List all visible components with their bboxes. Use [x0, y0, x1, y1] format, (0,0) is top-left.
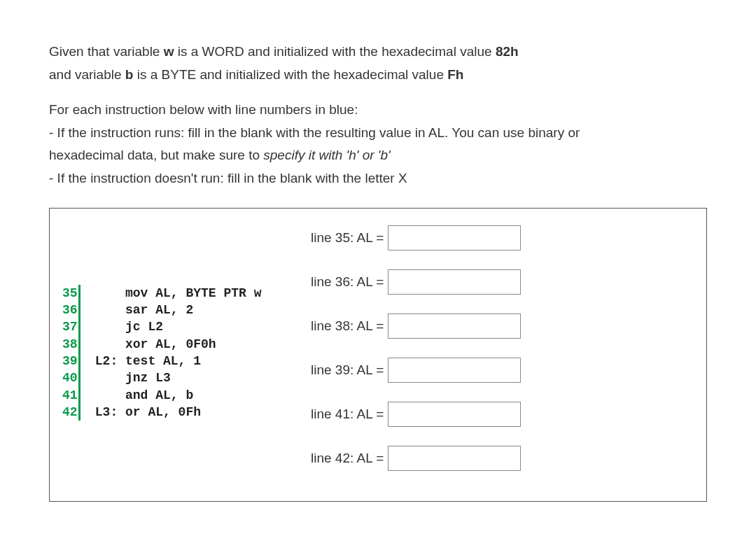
- answer-label: line 38: AL =: [311, 316, 384, 337]
- code-text: L3: or AL, 0Fh: [88, 404, 201, 421]
- intro-line-6: - If the instruction doesn't run: fill i…: [49, 169, 707, 189]
- line-number: 41: [62, 387, 80, 404]
- answers-column: line 35: AL = line 36: AL = line 38: AL …: [311, 221, 694, 484]
- answer-row: line 42: AL =: [311, 446, 694, 471]
- intro-line-4: - If the instruction runs: fill in the b…: [49, 123, 707, 143]
- answer-input-35[interactable]: [388, 225, 521, 251]
- line-number: 38: [62, 336, 80, 353]
- var-w: w: [164, 44, 174, 59]
- code-line: 36 sar AL, 2: [62, 302, 261, 318]
- intro-line-3: For each instruction below with line num…: [49, 100, 707, 120]
- answer-row: line 38: AL =: [311, 313, 694, 339]
- intro-line-1: Given that variable w is a WORD and init…: [49, 42, 707, 62]
- answer-input-38[interactable]: [388, 313, 521, 339]
- code-line: 38 xor AL, 0F0h: [62, 336, 261, 353]
- line-number: 36: [62, 302, 80, 318]
- val-82h: 82h: [496, 44, 519, 59]
- code-line: 41 and AL, b: [62, 387, 261, 404]
- code-text: sar AL, 2: [88, 302, 193, 318]
- text: and variable: [49, 67, 125, 82]
- intro-line-2: and variable b is a BYTE and initialized…: [49, 65, 707, 85]
- code-text: xor AL, 0F0h: [88, 336, 216, 353]
- code-text: and AL, b: [88, 387, 193, 404]
- val-fh: Fh: [447, 67, 463, 82]
- code-block: 35 mov AL, BYTE PTR w 36 sar AL, 2 37 jc…: [62, 285, 261, 421]
- line-number: 39: [62, 353, 80, 369]
- text: hexadecimal data, but make sure to: [49, 148, 263, 162]
- line-number: 35: [62, 285, 80, 302]
- intro-line-5: hexadecimal data, but make sure to speci…: [49, 146, 707, 166]
- answer-label: line 35: AL =: [311, 228, 384, 248]
- answer-row: line 36: AL =: [311, 269, 694, 295]
- answer-input-42[interactable]: [388, 446, 521, 471]
- code-text: jc L2: [88, 318, 163, 335]
- answer-label: line 41: AL =: [311, 404, 384, 425]
- answer-input-39[interactable]: [388, 358, 521, 383]
- answer-row: line 39: AL =: [311, 358, 694, 383]
- code-line: 35 mov AL, BYTE PTR w: [62, 285, 261, 302]
- question-panel: 35 mov AL, BYTE PTR w 36 sar AL, 2 37 jc…: [49, 208, 707, 502]
- code-line: 42 L3: or AL, 0Fh: [62, 404, 261, 421]
- text: is a BYTE and initialized with the hexad…: [133, 67, 447, 82]
- code-line: 39 L2: test AL, 1: [62, 353, 261, 369]
- question-intro: Given that variable w is a WORD and init…: [49, 42, 707, 188]
- answer-input-41[interactable]: [388, 402, 521, 427]
- answer-input-36[interactable]: [388, 269, 521, 295]
- line-number: 42: [62, 404, 80, 421]
- code-text: jnz L3: [88, 369, 171, 386]
- code-line: 40 jnz L3: [62, 369, 261, 386]
- line-number: 37: [62, 318, 80, 335]
- var-b: b: [125, 67, 134, 82]
- line-number: 40: [62, 369, 80, 386]
- answer-label: line 36: AL =: [311, 272, 384, 292]
- answer-label: line 39: AL =: [311, 360, 384, 381]
- code-text: L2: test AL, 1: [88, 353, 201, 369]
- answer-row: line 41: AL =: [311, 402, 694, 427]
- text-italic: specify it with 'h' or 'b': [263, 148, 390, 162]
- answer-row: line 35: AL =: [311, 225, 694, 251]
- answer-label: line 42: AL =: [311, 449, 384, 469]
- code-line: 37 jc L2: [62, 318, 261, 335]
- text: is a WORD and initialized with the hexad…: [174, 44, 495, 59]
- code-column: 35 mov AL, BYTE PTR w 36 sar AL, 2 37 jc…: [62, 221, 311, 484]
- text: Given that variable: [49, 44, 164, 59]
- code-text: mov AL, BYTE PTR w: [88, 285, 261, 302]
